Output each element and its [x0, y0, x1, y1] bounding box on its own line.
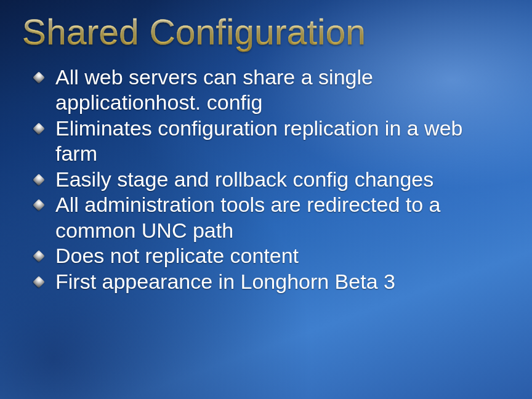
list-item: All administration tools are redirected … — [33, 192, 502, 243]
slide-title: Shared Configuration — [22, 11, 507, 52]
list-item: Does not replicate content — [33, 243, 502, 268]
list-item: First appearance in Longhorn Beta 3 — [33, 269, 502, 294]
bullet-list: All web servers can share a single appli… — [25, 65, 507, 294]
list-item: Eliminates configuration replication in … — [33, 116, 502, 167]
list-item: All web servers can share a single appli… — [33, 65, 502, 116]
list-item: Easily stage and rollback config changes — [33, 167, 502, 192]
slide: Shared Configuration All web servers can… — [0, 0, 532, 399]
